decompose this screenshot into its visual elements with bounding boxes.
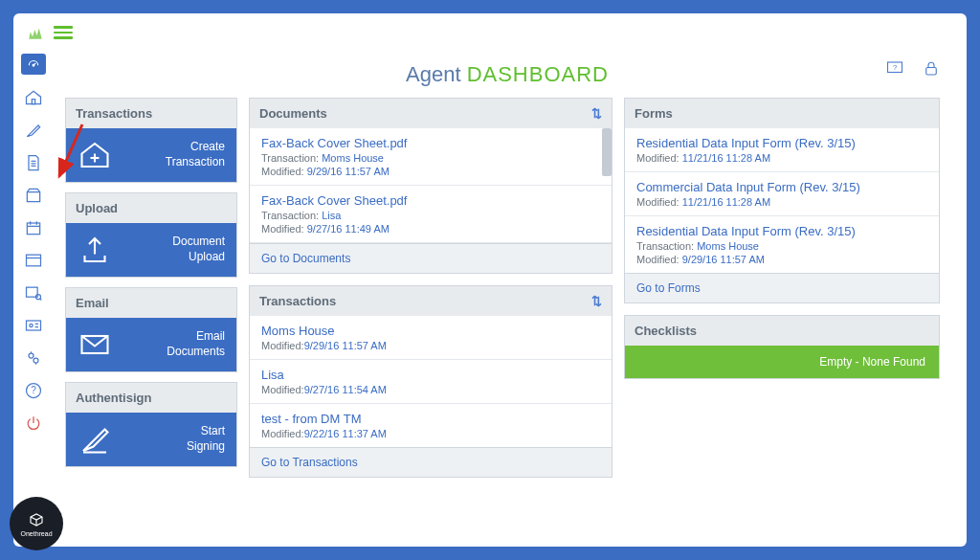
documents-scrollbar[interactable] [602, 128, 612, 176]
email-documents-label: Email Documents [123, 329, 225, 359]
page-title: Agent DASHBOARD [406, 62, 609, 87]
nav-document-icon[interactable] [24, 153, 43, 172]
nav-rail: ? [19, 46, 48, 541]
page-title-dashboard: DASHBOARD [467, 62, 609, 86]
house-plus-icon [78, 138, 112, 172]
envelope-icon [78, 327, 112, 362]
upload-tile-panel: Upload Document Upload [65, 192, 237, 278]
badge-label: Onethread [20, 530, 52, 537]
transaction-title-link[interactable]: Moms House [261, 324, 600, 338]
svg-text:?: ? [31, 385, 36, 395]
nav-browser-icon[interactable] [24, 251, 43, 270]
nav-dashboard-icon[interactable] [21, 54, 46, 75]
start-signing-button[interactable]: Start Signing [66, 413, 236, 466]
nav-home-icon[interactable] [24, 88, 43, 107]
form-item: Residential Data Input Form (Rev. 3/15) … [625, 128, 939, 172]
help-card-icon[interactable]: ? [884, 59, 905, 78]
app-logo-icon [27, 24, 44, 41]
create-transaction-label: Create Transaction [123, 140, 225, 169]
form-item: Commercial Data Input Form (Rev. 3/15) M… [625, 172, 939, 216]
transaction-item: Moms House Modified:9/29/16 11:57 AM [250, 316, 612, 360]
document-title-link[interactable]: Fax-Back Cover Sheet.pdf [261, 136, 600, 150]
svg-rect-28 [926, 68, 937, 76]
email-tile-panel: Email Email Documents [65, 287, 237, 372]
transactions-header: Transactions [259, 294, 336, 308]
lock-icon[interactable] [923, 59, 940, 78]
document-item: Fax-Back Cover Sheet.pdf Transaction: Li… [250, 186, 612, 243]
svg-point-19 [29, 353, 33, 358]
go-to-transactions-link[interactable]: Go to Transactions [250, 447, 612, 477]
document-upload-button[interactable]: Document Upload [66, 223, 236, 277]
svg-line-1 [33, 63, 35, 65]
hamburger-menu-button[interactable] [54, 23, 73, 42]
checklists-header: Checklists [635, 324, 697, 338]
svg-rect-10 [27, 255, 41, 266]
onethread-badge: Onethread [10, 497, 63, 550]
form-item: Residential Data Input Form (Rev. 3/15) … [625, 216, 939, 273]
nav-sign-icon[interactable] [24, 121, 43, 140]
document-item: Fax-Back Cover Sheet.pdf Transaction: Mo… [250, 128, 612, 186]
transaction-item: test - from DM TM Modified:9/22/16 11:37… [250, 404, 612, 447]
form-title-link[interactable]: Commercial Data Input Form (Rev. 3/15) [636, 180, 927, 194]
transactions-panel: Transactions ⇅ Moms House Modified:9/29/… [249, 285, 612, 478]
nav-contact-icon[interactable] [24, 316, 43, 335]
go-to-forms-link[interactable]: Go to Forms [625, 273, 939, 302]
nav-archive-icon[interactable] [24, 186, 43, 205]
page-title-agent: Agent [406, 62, 467, 86]
nav-power-icon[interactable] [24, 414, 43, 433]
authentisign-tile-header: Authentisign [66, 383, 236, 413]
form-title-link[interactable]: Residential Data Input Form (Rev. 3/15) [636, 224, 927, 238]
checklists-panel: Checklists Empty - None Found [624, 315, 940, 379]
forms-header: Forms [635, 106, 673, 121]
nav-help-icon[interactable]: ? [24, 381, 43, 400]
nav-settings-icon[interactable] [24, 348, 43, 368]
document-title-link[interactable]: Fax-Back Cover Sheet.pdf [261, 193, 600, 208]
svg-rect-2 [32, 100, 34, 104]
document-upload-label: Document Upload [123, 235, 225, 264]
create-transaction-button[interactable]: Create Transaction [66, 128, 236, 182]
svg-rect-15 [27, 321, 41, 330]
nav-search-icon[interactable] [24, 283, 43, 302]
svg-text:?: ? [893, 63, 897, 72]
form-title-link[interactable]: Residential Data Input Form (Rev. 3/15) [636, 136, 927, 150]
transaction-item: Lisa Modified:9/27/16 11:54 AM [250, 360, 612, 404]
transactions-sort-icon[interactable]: ⇅ [591, 294, 602, 308]
checklists-empty-message: Empty - None Found [625, 346, 939, 378]
documents-panel: Documents ⇅ Fax-Back Cover Sheet.pdf Tra… [249, 98, 612, 274]
pen-icon [78, 422, 112, 457]
svg-line-14 [40, 299, 42, 301]
transactions-tile-panel: Transactions Create Transaction [65, 98, 237, 183]
upload-tile-header: Upload [66, 193, 236, 223]
upload-icon [78, 233, 112, 267]
svg-point-20 [33, 358, 38, 363]
go-to-documents-link[interactable]: Go to Documents [250, 243, 612, 273]
transaction-title-link[interactable]: Lisa [261, 368, 600, 382]
email-tile-header: Email [66, 288, 236, 318]
start-signing-label: Start Signing [123, 424, 225, 454]
authentisign-tile-panel: Authentisign Start Signing [65, 382, 237, 467]
svg-rect-6 [27, 223, 39, 235]
svg-point-16 [30, 324, 33, 326]
forms-panel: Forms Residential Data Input Form (Rev. … [624, 98, 940, 303]
email-documents-button[interactable]: Email Documents [66, 318, 236, 371]
documents-sort-icon[interactable]: ⇅ [591, 106, 602, 121]
documents-header: Documents [259, 106, 327, 121]
transactions-tile-header: Transactions [66, 99, 236, 128]
nav-calendar-icon[interactable] [24, 218, 43, 237]
transaction-title-link[interactable]: test - from DM TM [261, 412, 600, 426]
